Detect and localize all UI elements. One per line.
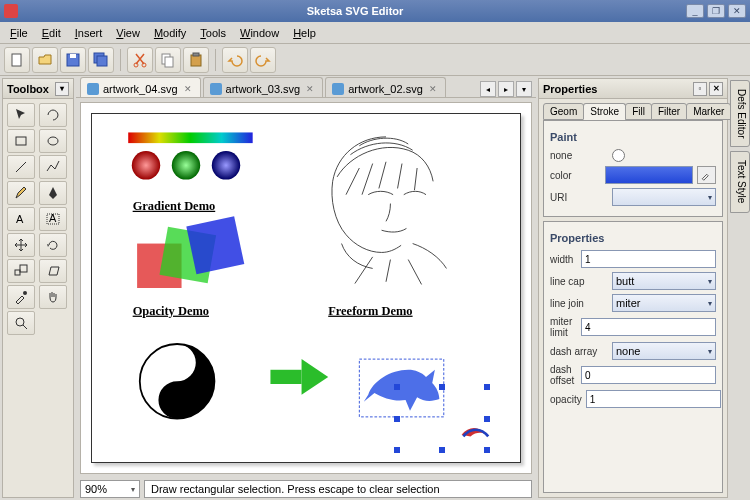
width-input[interactable] [581, 250, 716, 268]
tab-next-button[interactable]: ▸ [498, 81, 514, 97]
menu-tools[interactable]: Tools [194, 25, 232, 41]
svg-canvas[interactable]: Gradient Demo Opacity Demo [91, 113, 521, 463]
skew-tool[interactable] [39, 259, 67, 283]
svg-point-31 [172, 395, 183, 406]
linecap-combo[interactable]: butt [612, 272, 716, 290]
dasharray-combo[interactable]: none [612, 342, 716, 360]
svg-point-23 [132, 151, 160, 179]
status-bar: 90% Draw rectangular selection. Press es… [76, 478, 536, 500]
minimize-button[interactable]: _ [686, 4, 704, 18]
uri-combo[interactable] [612, 188, 716, 206]
svg-text:A: A [16, 213, 24, 225]
maximize-button[interactable]: ❐ [707, 4, 725, 18]
move-tool[interactable] [7, 233, 35, 257]
panel-close-icon[interactable]: ✕ [709, 82, 723, 96]
copy-button[interactable] [155, 47, 181, 73]
tab-stroke[interactable]: Stroke [583, 103, 626, 120]
close-button[interactable]: ✕ [728, 4, 746, 18]
tab-filter[interactable]: Filter [651, 103, 687, 120]
rect-tool[interactable] [7, 129, 35, 153]
canvas-viewport[interactable]: Gradient Demo Opacity Demo [80, 102, 532, 474]
paint-group-label: Paint [550, 131, 716, 143]
opacity-label: opacity [550, 394, 582, 405]
opacity-demo-label: Opacity Demo [133, 304, 209, 318]
tab-close-icon[interactable]: ✕ [306, 84, 314, 94]
editor-area: artwork_04.svg✕ artwork_03.svg✕ artwork_… [76, 76, 536, 500]
dashoffset-label: dash offset [550, 364, 577, 386]
zoom-combo[interactable]: 90% [80, 480, 140, 498]
tab-artwork-03[interactable]: artwork_03.svg✕ [203, 77, 324, 97]
menu-window[interactable]: Window [234, 25, 285, 41]
tab-close-icon[interactable]: ✕ [184, 84, 192, 94]
menu-edit[interactable]: Edit [36, 25, 67, 41]
right-dock-tabs: Defs Editor Text Style [730, 76, 750, 500]
rotate-tool[interactable] [39, 233, 67, 257]
lasso-tool[interactable] [39, 103, 67, 127]
toolbox-pin-icon[interactable]: ▾ [55, 82, 69, 96]
svg-file-icon [210, 83, 222, 95]
cut-button[interactable] [127, 47, 153, 73]
save-all-button[interactable] [88, 47, 114, 73]
window-title: Sketsa SVG Editor [24, 5, 686, 17]
svg-line-13 [16, 162, 26, 172]
select-tool[interactable] [7, 103, 35, 127]
linejoin-label: line join [550, 298, 608, 309]
tab-geom[interactable]: Geom [543, 103, 584, 120]
tab-marker[interactable]: Marker [686, 103, 731, 120]
text-tool[interactable]: A [7, 207, 35, 231]
svg-point-30 [172, 357, 183, 368]
new-file-button[interactable] [4, 47, 30, 73]
tab-label: artwork_02.svg [348, 83, 423, 95]
scale-tool[interactable] [7, 259, 35, 283]
eyedropper-tool[interactable] [7, 285, 35, 309]
svg-point-25 [212, 151, 240, 179]
sidetab-defs-editor[interactable]: Defs Editor [730, 80, 750, 147]
hand-tool[interactable] [39, 285, 67, 309]
svg-file-icon [332, 83, 344, 95]
paint-none-radio[interactable] [612, 149, 625, 162]
paste-button[interactable] [183, 47, 209, 73]
line-tool[interactable] [7, 155, 35, 179]
miterlimit-input[interactable] [581, 318, 716, 336]
linejoin-combo[interactable]: miter [612, 294, 716, 312]
open-file-button[interactable] [32, 47, 58, 73]
undo-button[interactable] [222, 47, 248, 73]
tab-label: artwork_03.svg [226, 83, 301, 95]
tab-close-icon[interactable]: ✕ [429, 84, 437, 94]
linecap-label: line cap [550, 276, 608, 287]
text-area-tool[interactable]: A [39, 207, 67, 231]
svg-file-icon [87, 83, 99, 95]
svg-rect-8 [165, 57, 173, 67]
tab-prev-button[interactable]: ◂ [480, 81, 496, 97]
redo-button[interactable] [250, 47, 276, 73]
zoom-tool[interactable] [7, 311, 35, 335]
panel-dock-icon[interactable]: ▫ [693, 82, 707, 96]
opacity-input[interactable] [586, 390, 721, 408]
toolbox-panel: Toolbox▾ A A [2, 78, 74, 498]
toolbox-title: Toolbox [7, 83, 49, 95]
svg-point-19 [23, 291, 27, 295]
stroke-color-button[interactable] [605, 166, 693, 184]
sidetab-text-style[interactable]: Text Style [730, 151, 750, 212]
ellipse-tool[interactable] [39, 129, 67, 153]
menu-modify[interactable]: Modify [148, 25, 192, 41]
svg-rect-32 [270, 370, 301, 384]
dasharray-label: dash array [550, 346, 608, 357]
tab-artwork-02[interactable]: artwork_02.svg✕ [325, 77, 446, 97]
menu-help[interactable]: Help [287, 25, 322, 41]
svg-point-24 [172, 151, 200, 179]
menu-view[interactable]: View [110, 25, 146, 41]
dashoffset-input[interactable] [581, 366, 716, 384]
properties-title: Properties [543, 83, 597, 95]
pen-tool[interactable] [39, 181, 67, 205]
menu-file[interactable]: File [4, 25, 34, 41]
properties-panel: Properties▫✕ Geom Stroke Fill Filter Mar… [538, 78, 728, 498]
tab-fill[interactable]: Fill [625, 103, 652, 120]
menu-insert[interactable]: Insert [69, 25, 109, 41]
pencil-tool[interactable] [7, 181, 35, 205]
eyedropper-icon[interactable] [697, 166, 717, 184]
polyline-tool[interactable] [39, 155, 67, 179]
tab-list-button[interactable]: ▾ [516, 81, 532, 97]
tab-artwork-04[interactable]: artwork_04.svg✕ [80, 77, 201, 97]
save-button[interactable] [60, 47, 86, 73]
